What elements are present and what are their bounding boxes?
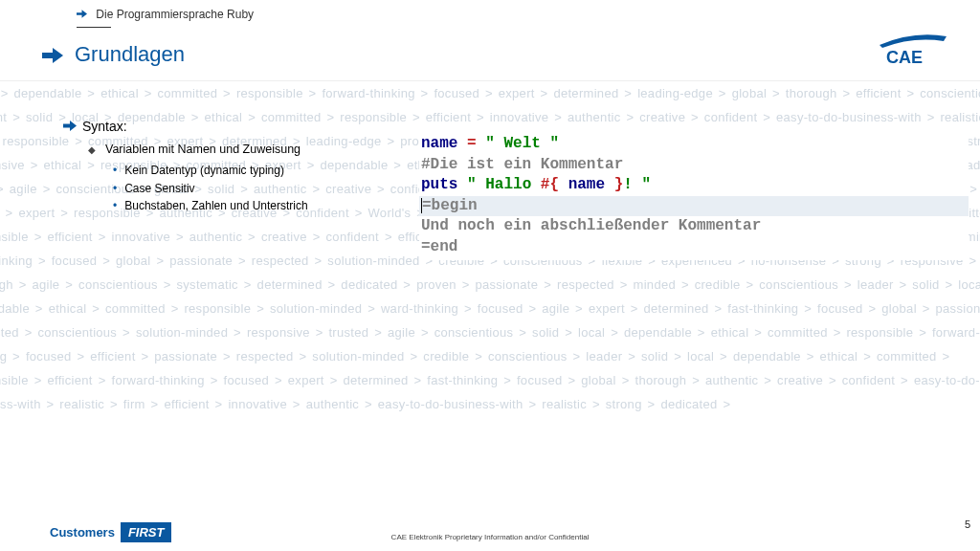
page-title: Grundlagen — [75, 42, 185, 67]
cae-logo: CAE — [875, 29, 951, 67]
confidential-text: CAE Elektronik Proprietary Information a… — [391, 533, 590, 541]
breadcrumb-underline — [77, 27, 111, 28]
breadcrumb-text: Die Programmiersprache Ruby — [96, 8, 254, 21]
chevron-right-icon — [77, 8, 90, 21]
diamond-bullet-icon: ◆ — [88, 144, 96, 155]
code-block: name = " Welt " #Die ist ein Kommentar p… — [419, 132, 969, 260]
bullet-text: Kein Datentyp (dynamic typing) — [124, 164, 284, 177]
breadcrumb: Die Programmiersprache Ruby — [77, 8, 254, 21]
bullet-text: Buchstaben, Zahlen und Unterstrich — [124, 199, 307, 212]
page-number: 5 — [965, 518, 970, 530]
badge-left: Customers — [44, 522, 121, 542]
customers-first-badge: Customers FIRST — [44, 520, 171, 543]
badge-right: FIRST — [121, 522, 172, 542]
svg-text:CAE: CAE — [886, 48, 923, 67]
title-arrow-icon — [42, 48, 63, 67]
section-heading: Syntax: — [82, 119, 127, 134]
sub-heading: Variablen mit Namen und Zuweisung — [105, 143, 301, 156]
arrow-bullet-icon — [63, 118, 77, 135]
bullet-text: Case Sensitiv — [124, 182, 194, 195]
header: Die Programmiersprache Ruby Grundlagen C… — [0, 0, 980, 81]
